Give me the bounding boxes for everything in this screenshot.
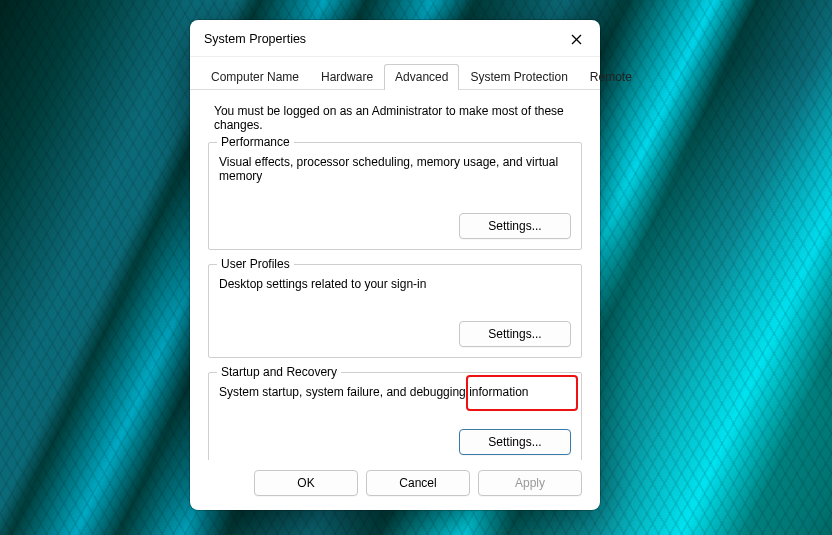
- window-title: System Properties: [204, 32, 306, 46]
- group-user-profiles-desc: Desktop settings related to your sign-in: [219, 277, 571, 291]
- tab-row: Computer Name Hardware Advanced System P…: [190, 57, 600, 90]
- system-properties-dialog: System Properties Computer Name Hardware…: [190, 20, 600, 510]
- tab-computer-name[interactable]: Computer Name: [200, 64, 310, 90]
- ok-button[interactable]: OK: [254, 470, 358, 496]
- tab-content-advanced: You must be logged on as an Administrato…: [190, 90, 600, 460]
- group-user-profiles: User Profiles Desktop settings related t…: [208, 264, 582, 358]
- group-startup-recovery: Startup and Recovery System startup, sys…: [208, 372, 582, 460]
- cancel-button[interactable]: Cancel: [366, 470, 470, 496]
- tab-system-protection[interactable]: System Protection: [459, 64, 578, 90]
- admin-note: You must be logged on as an Administrato…: [214, 104, 580, 132]
- apply-button[interactable]: Apply: [478, 470, 582, 496]
- close-button[interactable]: [562, 28, 590, 50]
- performance-settings-button[interactable]: Settings...: [459, 213, 571, 239]
- group-performance-desc: Visual effects, processor scheduling, me…: [219, 155, 571, 183]
- startup-recovery-settings-button[interactable]: Settings...: [459, 429, 571, 455]
- close-icon: [571, 34, 582, 45]
- group-user-profiles-legend: User Profiles: [217, 257, 294, 271]
- tab-remote[interactable]: Remote: [579, 64, 643, 90]
- tab-hardware[interactable]: Hardware: [310, 64, 384, 90]
- group-performance: Performance Visual effects, processor sc…: [208, 142, 582, 250]
- titlebar: System Properties: [190, 20, 600, 57]
- group-performance-legend: Performance: [217, 135, 294, 149]
- user-profiles-settings-button[interactable]: Settings...: [459, 321, 571, 347]
- group-startup-recovery-desc: System startup, system failure, and debu…: [219, 385, 571, 399]
- tab-advanced[interactable]: Advanced: [384, 64, 459, 90]
- dialog-button-row: OK Cancel Apply: [190, 460, 600, 510]
- group-startup-recovery-legend: Startup and Recovery: [217, 365, 341, 379]
- desktop-wallpaper: System Properties Computer Name Hardware…: [0, 0, 832, 535]
